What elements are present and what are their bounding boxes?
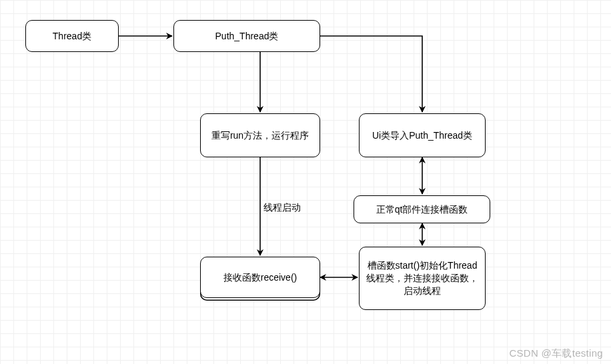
node-qt-slot: 正常qt部件连接槽函数 (354, 195, 490, 223)
node-receive: 接收函数receive() (200, 257, 320, 298)
node-qt-slot-label: 正常qt部件连接槽函数 (376, 203, 468, 216)
node-override-run: 重写run方法，运行程序 (200, 113, 320, 157)
watermark: CSDN @车载testing (509, 347, 603, 360)
node-ui-import: Ui类导入Puth_Thread类 (359, 113, 486, 157)
node-receive-label: 接收函数receive() (223, 271, 297, 284)
node-start-slot-label: 槽函数start()初始化Thread线程类，并连接接收函数，启动线程 (366, 259, 478, 297)
arrows-layer (0, 0, 611, 364)
node-puth-thread-label: Puth_Thread类 (215, 30, 279, 43)
node-puth-thread: Puth_Thread类 (173, 20, 320, 52)
node-thread-label: Thread类 (53, 30, 91, 43)
node-thread: Thread类 (25, 20, 119, 52)
node-start-slot: 槽函数start()初始化Thread线程类，并连接接收函数，启动线程 (359, 247, 486, 310)
edge-label-thread-start: 线程启动 (263, 202, 301, 214)
node-override-run-label: 重写run方法，运行程序 (211, 129, 309, 142)
node-ui-import-label: Ui类导入Puth_Thread类 (372, 129, 472, 142)
